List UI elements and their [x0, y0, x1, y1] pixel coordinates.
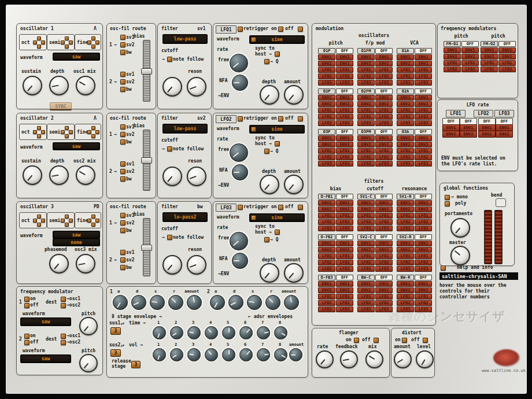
mod-o3pm-option-lfo1[interactable]: LFO1	[357, 148, 375, 154]
adsr1-a-knob[interactable]	[113, 295, 128, 310]
mod-sv2-r-option-lfo1[interactable]: LFO1	[397, 253, 414, 259]
adsr2-a-knob[interactable]	[210, 295, 225, 310]
mod-o2a-option-lfo1[interactable]: LFO1	[415, 108, 432, 113]
semi-stepper-up[interactable]	[65, 215, 69, 219]
time-stage-2-knob[interactable]	[170, 326, 183, 339]
depth-knob[interactable]	[49, 76, 69, 95]
mod-o1a-option-lfo1[interactable]: LFO1	[415, 67, 432, 73]
mod-sv2-r-option-lfo3[interactable]: LFO3	[415, 266, 432, 272]
oct-stepper-down[interactable]	[37, 223, 41, 227]
free-rate-knob[interactable]	[230, 54, 248, 72]
mod-o-fb1-option-env1[interactable]: ENV1	[336, 200, 353, 206]
mod-sv1-c-selected[interactable]: OFF	[375, 194, 393, 200]
mod-o1p-option-lfo3[interactable]: LFO3	[318, 80, 335, 86]
cutoff-knob[interactable]	[162, 167, 182, 186]
mod-o1fm-option-env2[interactable]: ENV2	[375, 61, 393, 66]
sustain-knob[interactable]	[23, 76, 42, 95]
adsr2-d-knob[interactable]	[228, 295, 243, 310]
mod-o1p-option-env2[interactable]: ENV2	[336, 61, 353, 66]
osc1-mix-knob[interactable]	[76, 76, 95, 95]
lfo-rate-env2-cell[interactable]: ENV2	[496, 131, 513, 138]
mod-o2a-option-env1[interactable]: ENV1	[415, 95, 432, 101]
lfo-rate-env2-cell[interactable]: ENV2	[478, 131, 496, 138]
mod-o2p-option-env2[interactable]: ENV2	[336, 101, 353, 107]
semi-stepper-up[interactable]	[65, 126, 69, 130]
mod-sv1-r-option-lfo1[interactable]: LFO1	[415, 213, 432, 219]
distort-off-toggle[interactable]	[423, 338, 428, 343]
fm-fm-o1-option-lfo2[interactable]: LFO2	[461, 66, 479, 72]
mod-sv2-r-option-lfo2[interactable]: LFO2	[415, 260, 432, 265]
fine-stepper-left[interactable]	[87, 219, 91, 223]
route2-sv2-toggle[interactable]	[120, 257, 125, 263]
mod-o1fm-option-lfo1[interactable]: LFO1	[357, 67, 375, 73]
master-knob[interactable]	[450, 246, 470, 265]
bias-slider-handle[interactable]	[141, 245, 152, 251]
mod-o-fb3-option-env2[interactable]: ENV2	[318, 287, 335, 293]
oct-stepper-down[interactable]	[37, 134, 41, 138]
retrigger-off-toggle[interactable]	[298, 116, 303, 121]
fm-fm-o2-option-env1[interactable]: ENV1	[498, 47, 516, 53]
rate-knob[interactable]	[316, 350, 334, 368]
mod-o-fb3-option-env1[interactable]: ENV1	[336, 281, 353, 287]
sustain-knob[interactable]	[23, 165, 42, 185]
mod-o-fb2-option-env1[interactable]: ENV1	[318, 241, 335, 246]
mod-sv1-r-option-lfo3[interactable]: LFO3	[415, 226, 432, 231]
poly-toggle[interactable]	[445, 201, 450, 206]
mod-o-fb1-option-lfo3[interactable]: LFO3	[336, 226, 353, 231]
mod-o3p-option-lfo1[interactable]: LFO1	[318, 148, 335, 154]
adsr2-amount-knob[interactable]	[284, 295, 299, 310]
filter-mode-display[interactable]: low-pass	[162, 34, 208, 44]
bias-slider[interactable]	[143, 40, 150, 102]
bend-wheel[interactable]	[484, 210, 492, 264]
mod-bw-r-option-lfo3[interactable]: LFO3	[397, 306, 414, 312]
fm1-dest-osc2-toggle[interactable]	[61, 303, 66, 308]
fine-stepper-right[interactable]	[95, 130, 99, 134]
retrigger-toggle[interactable]	[238, 27, 243, 32]
mod-o1a-selected[interactable]: OFF	[415, 48, 432, 54]
nfa-knob[interactable]	[232, 75, 248, 91]
reson-knob[interactable]	[187, 77, 206, 97]
bias-slider[interactable]	[143, 218, 150, 276]
adsr2-s-knob[interactable]	[247, 295, 262, 310]
mod-o-fb3-option-lfo1[interactable]: LFO1	[336, 294, 353, 300]
mod-o2a-option-env1[interactable]: ENV1	[397, 95, 414, 101]
mod-o2p-option-env1[interactable]: ENV1	[318, 95, 335, 101]
mod-o3pm-option-lfo2[interactable]: LFO2	[357, 154, 375, 160]
route1-sv1-toggle[interactable]	[120, 213, 125, 218]
retrigger-off-toggle[interactable]	[298, 205, 303, 210]
mod-o2fm-option-env1[interactable]: ENV1	[357, 95, 375, 101]
mod-o1fm-option-env2[interactable]: ENV2	[357, 61, 375, 66]
mod-o3p-option-lfo3[interactable]: LFO3	[318, 161, 335, 167]
mod-o1a-option-lfo3[interactable]: LFO3	[397, 80, 414, 86]
mod-sv2-r-option-lfo3[interactable]: LFO3	[397, 266, 414, 272]
mod-o-fb2-option-env1[interactable]: ENV1	[336, 241, 353, 246]
fm-fm-o2-selected[interactable]: OFF	[498, 41, 516, 47]
mod-bw-r-selected[interactable]: OFF	[415, 275, 432, 280]
q-toggle[interactable]	[264, 149, 269, 154]
oct-stepper-up[interactable]	[37, 36, 41, 40]
mod-o3a-option-lfo3[interactable]: LFO3	[415, 161, 432, 167]
mod-o3pm-option-lfo3[interactable]: LFO3	[357, 161, 375, 167]
mod-o-fb2-option-lfo3[interactable]: LFO3	[336, 266, 353, 272]
mod-o-fb2-option-lfo1[interactable]: LFO1	[336, 253, 353, 259]
adsr1-amount-knob[interactable]	[187, 295, 202, 310]
fm-fm-o2-option-env1[interactable]: ENV1	[481, 47, 498, 53]
q-toggle[interactable]	[264, 237, 269, 242]
mod-o-fb1-option-lfo3[interactable]: LFO3	[318, 226, 335, 231]
mod-bw-c-option-lfo3[interactable]: LFO3	[357, 306, 375, 312]
oct-stepper-right[interactable]	[41, 40, 45, 45]
mod-sv1-r-option-env1[interactable]: ENV1	[415, 200, 432, 206]
mod-o-fb3-selected[interactable]: OFF	[336, 275, 353, 280]
mod-o1p-option-lfo1[interactable]: LFO1	[318, 67, 335, 73]
sus2-value[interactable]: 3	[110, 349, 121, 357]
mod-sv2-r-selected[interactable]: OFF	[415, 234, 432, 240]
mod-o3pm-option-lfo2[interactable]: LFO2	[375, 154, 393, 160]
route2-bw-toggle[interactable]	[120, 176, 125, 182]
mod-o1fm-option-lfo2[interactable]: LFO2	[357, 73, 375, 79]
fm-fm-o1-option-env1[interactable]: ENV1	[444, 47, 461, 53]
mod-o3pm-option-env1[interactable]: ENV1	[375, 135, 393, 141]
semi-stepper-up[interactable]	[65, 36, 69, 40]
mod-o2p-option-lfo1[interactable]: LFO1	[318, 108, 335, 113]
mod-sv1-c-option-lfo2[interactable]: LFO2	[375, 219, 393, 225]
mod-o1fm-option-lfo3[interactable]: LFO3	[375, 80, 393, 86]
